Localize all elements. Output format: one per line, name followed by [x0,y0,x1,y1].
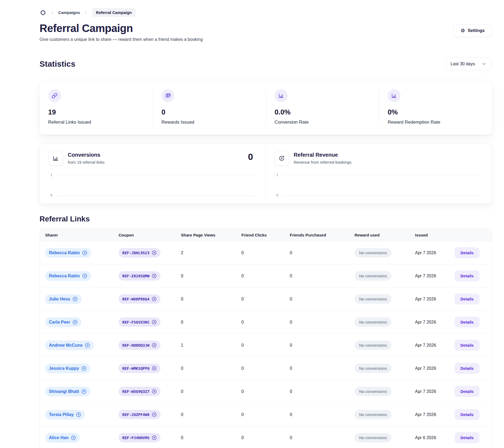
sharer-link[interactable]: Alice Han [45,433,80,443]
reward-used-badge: No conversions [355,364,391,373]
conversions-subtitle: from 19 referral links [68,160,105,164]
bar-chart-icon [388,89,401,102]
charts-card: Conversions from 19 referral links 0 1 0… [40,143,492,204]
friends-purchased-value: 0 [284,357,349,380]
details-button[interactable]: Details [455,247,480,258]
stat-value: 0 [162,108,257,116]
coupon-link[interactable]: REF-W5G9Q3Z7 [119,387,160,396]
chevron-right-icon [50,10,55,15]
stat-value: 0.0% [275,108,370,116]
reward-used-badge: No conversions [355,341,391,350]
stat-label: Rewards Issued [162,120,257,125]
friend-clicks-value: 0 [236,241,284,264]
coupon-link[interactable]: REF-PJ4NHVMS [119,433,160,442]
table-row: Rebecca Rabin REF-JDHL9523 2 0 0 No conv… [40,241,492,264]
sharer-link[interactable]: Tersia Pillay [45,410,85,420]
stat-value: 0% [388,108,483,116]
sharer-link[interactable]: Rebecca Rabin [45,271,91,281]
friends-purchased-value: 0 [284,380,349,403]
details-button[interactable]: Details [455,317,480,328]
stat-value: 19 [48,108,144,116]
details-button[interactable]: Details [455,293,480,304]
stat-referral-links-issued: 19 Referral Links Issued [40,89,153,125]
external-link-icon [72,320,78,325]
external-link-icon [152,296,157,302]
sharer-link[interactable]: Carla Peer [45,317,81,327]
coupon-link[interactable]: REF-FSGVX3NC [119,317,160,327]
coupon-code: REF-JDHL9523 [122,251,149,255]
gear-icon: ⚙ [461,28,465,33]
coupon-link[interactable]: REF-WMKSQPPG [119,364,160,373]
coupon-code: REF-W66PR8Q4 [122,297,149,301]
external-link-icon [152,412,157,417]
column-header-reward-used: Reward used [349,229,410,241]
coupon-link[interactable]: REF-Z828SQMW [119,271,160,281]
date-range-value: Last 30 days [451,62,475,66]
friends-purchased-value: 0 [284,311,349,334]
issued-date: Apr 7 2026 [410,403,449,426]
coupon-link[interactable]: REF-JDHL9523 [119,248,160,257]
sharer-link[interactable]: Shivangi Bhatt [45,387,90,396]
app-logo-icon[interactable] [40,9,47,16]
reward-used-badge: No conversions [355,248,391,257]
column-header-actions [449,229,492,241]
coupon-link[interactable]: REF-HDDDQ3JW [119,341,160,350]
sharer-link[interactable]: Rebecca Rabin [45,248,91,258]
coupon-code: REF-W5G9Q3Z7 [122,389,149,394]
sharer-name: Rebecca Rabin [49,274,80,278]
sharer-link[interactable]: Jessica Kuppy [45,364,90,373]
bar-chart-icon [48,151,63,166]
breadcrumb-item-campaigns[interactable]: Campaigns [58,10,80,15]
column-header-issued: Issued [410,229,449,241]
share-page-views-value: 0 [176,380,236,403]
details-button[interactable]: Details [455,340,480,351]
external-link-icon [152,366,157,371]
page-title: Referral Campaign [40,22,492,34]
external-link-icon [152,343,157,348]
date-range-select[interactable]: Last 30 days [445,58,492,70]
details-button[interactable]: Details [455,386,480,397]
conversions-title: Conversions [68,151,105,158]
external-link-icon [72,296,78,302]
reward-used-badge: No conversions [355,294,391,304]
share-page-views-value: 0 [176,288,236,311]
coupon-link[interactable]: REF-W66PR8Q4 [119,294,160,304]
issued-date: Apr 7 2026 [410,311,449,334]
settings-button[interactable]: ⚙ Settings [453,24,492,37]
table-row: Jessica Kuppy REF-WMKSQPPG 0 0 0 No conv… [40,357,492,380]
sharer-link[interactable]: Andrew McCune [45,341,94,350]
coupon-link[interactable]: REF-2DZPF4W8 [119,410,160,419]
share-page-views-value: 2 [176,241,236,264]
sharer-link[interactable]: Julie Hess [45,294,81,304]
share-page-views-value: 0 [176,426,236,448]
stat-conversion-rate: 0.0% Conversion Rate [266,89,379,125]
share-page-views-value: 1 [176,334,236,357]
settings-button-label: Settings [468,28,485,33]
revenue-cycle-icon: $ [274,151,289,166]
friends-purchased-value: 0 [284,334,349,357]
page-subtitle: Give customers a unique link to share — … [40,37,492,42]
breadcrumb-item-referral-campaign[interactable]: Referral Campaign [92,8,136,17]
external-link-icon [81,366,87,371]
external-link-icon [71,435,76,440]
details-button[interactable]: Details [455,409,480,420]
table-row: Julie Hess REF-W66PR8Q4 0 0 0 No convers… [40,288,492,311]
sharer-name: Shivangi Bhatt [49,389,79,394]
friends-purchased-value: 0 [284,288,349,311]
reward-used-badge: No conversions [355,387,391,396]
chevron-down-icon [481,62,486,66]
coupon-code: REF-Z828SQMW [122,274,149,278]
details-button[interactable]: Details [455,270,480,281]
referral-links-heading: Referral Links [40,215,492,223]
stat-rewards-issued: 0 Rewards Issued [153,89,266,125]
details-button[interactable]: Details [455,363,480,374]
conversions-chart-card: Conversions from 19 referral links 0 1 0 [40,144,266,204]
external-link-icon [81,389,87,394]
sharer-name: Alice Han [49,435,69,440]
issued-date: Apr 7 2026 [410,264,449,288]
table-row: Alice Han REF-PJ4NHVMS 0 0 0 No conversi… [40,426,492,448]
friend-clicks-value: 0 [236,426,284,448]
external-link-icon [82,250,87,256]
details-button[interactable]: Details [455,432,480,443]
stat-label: Conversion Rate [275,120,370,125]
